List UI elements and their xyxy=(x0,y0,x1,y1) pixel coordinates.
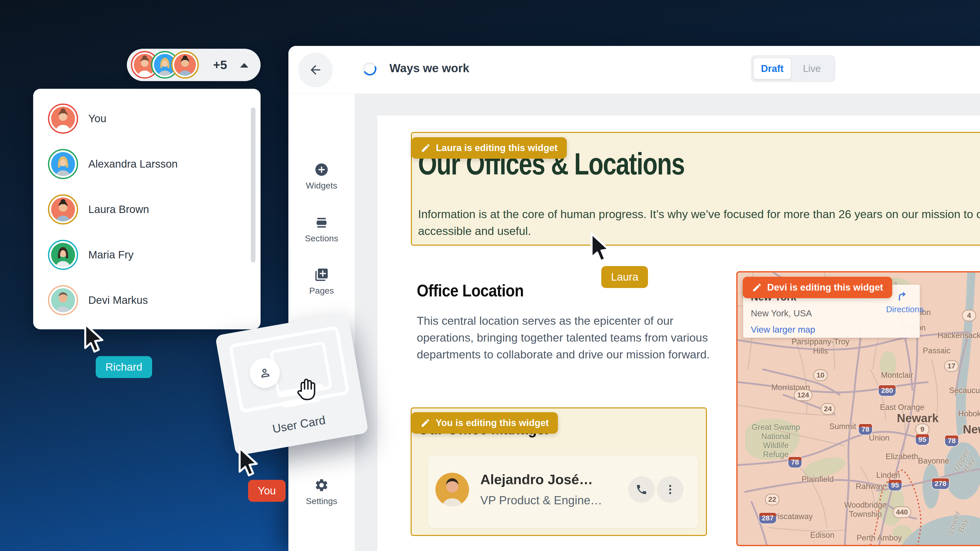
route-shield: 287 xyxy=(759,512,777,524)
pages-icon xyxy=(314,267,329,282)
route-shield: 95 xyxy=(915,433,929,445)
hero-widget[interactable]: Laura is editing this widget Our Offices… xyxy=(411,132,980,246)
person-icon xyxy=(256,365,273,381)
hero-paragraph: Information is at the core of human prog… xyxy=(418,206,980,240)
draft-live-toggle: Draft Live xyxy=(751,55,835,82)
sections-icon xyxy=(314,215,329,230)
presence-pill[interactable]: +5 xyxy=(127,49,261,81)
gear-icon xyxy=(314,478,329,492)
route-shield: 10 xyxy=(813,369,828,381)
avatar xyxy=(48,285,78,315)
page-canvas: Laura is editing this widget Our Offices… xyxy=(377,116,980,551)
avatar xyxy=(171,51,199,79)
back-button[interactable] xyxy=(298,52,333,87)
collaborator-name: Maria Fry xyxy=(88,249,134,261)
editing-badge-laura: Laura is editing this widget xyxy=(411,137,567,159)
route-shield: 78 xyxy=(945,435,959,447)
map-label: New xyxy=(963,423,980,436)
collaborator-name: Devi Markus xyxy=(88,294,148,306)
view-larger-map-link[interactable]: View larger map xyxy=(751,324,815,335)
scrollbar-thumb[interactable] xyxy=(251,107,256,262)
collaborator-row[interactable]: Alexandra Larsson xyxy=(33,141,261,187)
collaborator-dropdown: You Alexandra Larsson Laura Brown Maria … xyxy=(33,89,261,329)
route-shield: 78 xyxy=(788,456,802,468)
pencil-icon xyxy=(421,143,431,153)
map-label: Parsippany-Troy Hills xyxy=(792,337,850,355)
map-label: Lower Bay xyxy=(944,503,973,544)
map-label: Bayonne xyxy=(918,456,949,465)
avatar xyxy=(48,149,78,179)
map-label: Montclair xyxy=(881,371,913,380)
person-name: Alejandro José… xyxy=(480,472,593,487)
cursor-label-richard: Richard xyxy=(96,356,152,378)
live-tab[interactable]: Live xyxy=(791,63,833,74)
kebab-menu-icon xyxy=(664,483,676,495)
avatar xyxy=(48,103,78,134)
route-shield: 22 xyxy=(765,494,780,505)
collaborator-name: You xyxy=(88,113,107,125)
grab-hand-cursor xyxy=(293,375,321,403)
sidebar-item-settings[interactable]: Settings xyxy=(288,478,355,506)
pencil-icon xyxy=(420,418,431,428)
collaborator-row[interactable]: Maria Fry xyxy=(33,232,261,278)
user-card[interactable]: Alejandro José… VP Product & Engine… xyxy=(428,456,698,528)
route-shield: 24 xyxy=(821,403,835,415)
cursor-you xyxy=(234,447,261,479)
more-collaborators-count: +5 xyxy=(213,49,227,81)
sidebar-item-widgets[interactable]: Widgets xyxy=(288,162,355,191)
editing-badge-devi: Devi is editing this widget xyxy=(743,277,892,298)
collaborator-name: Alexandra Larsson xyxy=(88,158,178,170)
page-title: Ways we work xyxy=(390,61,469,75)
back-arrow-icon xyxy=(308,63,323,77)
draft-tab[interactable]: Draft xyxy=(754,58,791,79)
avatar xyxy=(435,473,469,507)
loading-spinner xyxy=(361,60,379,78)
route-shield: 124 xyxy=(794,389,813,401)
map-label: Great Swamp National Wildlife Refuge xyxy=(752,423,800,459)
map-label: Plainfield xyxy=(802,475,834,484)
pencil-icon xyxy=(752,283,762,292)
collaborator-row[interactable] xyxy=(33,323,261,329)
route-shield: 440 xyxy=(893,507,912,518)
map-label: Perth Amboy xyxy=(856,534,902,543)
collaborator-row[interactable]: You xyxy=(33,96,261,141)
map-label: Newark xyxy=(897,411,939,425)
map-label: Summit xyxy=(829,422,856,431)
user-card-drag-tile[interactable]: User Card xyxy=(215,313,369,456)
collaborator-row[interactable]: Laura Brown xyxy=(33,187,261,232)
route-shield: 95 xyxy=(888,479,902,491)
editor-topbar: Ways we work Draft Live xyxy=(288,46,980,94)
map-label: East Orange xyxy=(880,403,924,412)
map-label: Woodbridge Township xyxy=(844,500,887,519)
cursor-richard xyxy=(80,323,107,356)
collaborator-row[interactable]: Devi Markus xyxy=(33,278,261,323)
map-label: Hoboke xyxy=(958,409,980,418)
cursor-laura xyxy=(586,232,613,265)
more-options-button[interactable] xyxy=(657,476,683,503)
map-label: Hackensack xyxy=(938,331,980,340)
map-label: Elizabeth xyxy=(886,452,918,461)
map-label: Upper Bay xyxy=(950,445,980,480)
call-button[interactable] xyxy=(628,476,655,503)
route-shield: 78 xyxy=(858,424,873,435)
map-label: Union xyxy=(869,433,890,443)
editing-badge-you: You is editing this widget xyxy=(411,412,558,433)
map-label: Piscataway xyxy=(773,512,813,521)
editor-window: Ways we work Draft Live Widgets Sections… xyxy=(288,46,980,551)
office-location-title: Office Location xyxy=(417,281,524,300)
route-shield: 280 xyxy=(878,385,896,396)
map-label: Linden xyxy=(876,471,900,480)
map-label: Passaic xyxy=(923,346,951,355)
sidebar-item-sections[interactable]: Sections xyxy=(288,215,355,243)
map-widget[interactable]: sonCliftonHackensackPassaicParsippany-Tr… xyxy=(736,271,980,546)
map-place-subtitle: New York, USA xyxy=(751,308,812,318)
map-label: Edison xyxy=(810,530,835,540)
cursor-label-you: You xyxy=(248,480,286,502)
map-label: Rahway xyxy=(856,482,884,491)
chevron-up-icon[interactable] xyxy=(240,63,248,68)
office-manager-widget[interactable]: You is editing this widget Our Office Ma… xyxy=(410,407,707,536)
avatar xyxy=(48,194,78,224)
sidebar-item-pages[interactable]: Pages xyxy=(288,267,355,295)
route-shield: 4 xyxy=(962,310,976,321)
map-label: Secaucus xyxy=(949,386,980,395)
